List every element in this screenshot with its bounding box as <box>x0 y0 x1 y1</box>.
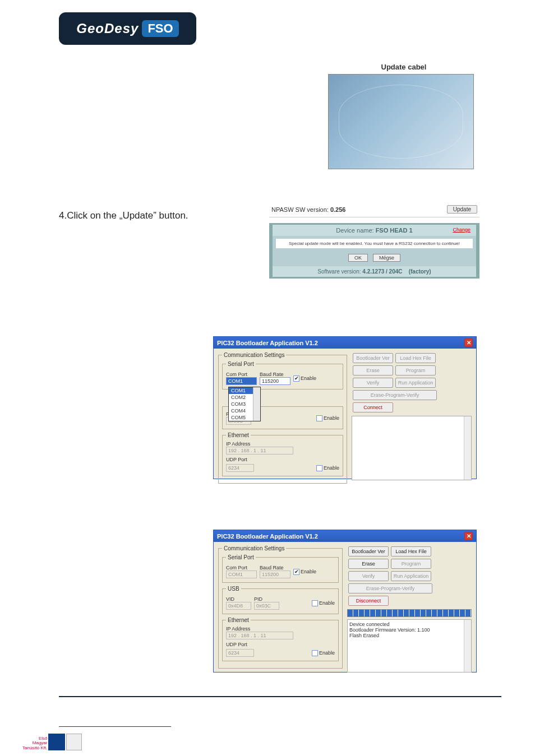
logo-text-right: FSO <box>142 20 178 37</box>
program-button[interactable]: Program <box>395 365 436 375</box>
enable-label: Enable <box>301 375 316 381</box>
erase-program-verify-button[interactable]: Erase-Program-Verify <box>348 583 432 593</box>
communication-settings-group: Communication Settings Serial Port Com P… <box>218 352 347 484</box>
verify-button[interactable]: Verify <box>353 378 393 388</box>
progress-bar <box>347 609 472 617</box>
dialog-title: PIC32 Bootloader Application V1.2 <box>217 340 318 346</box>
npasw-version-value: 0.256 <box>330 206 346 213</box>
device-label: Device name: <box>336 227 375 234</box>
change-link[interactable]: Change <box>453 227 471 233</box>
ethernet-group: Ethernet IP Address 192 . 168 . 1 . 11 U… <box>222 617 339 661</box>
sw-label: Software version: <box>317 268 362 275</box>
usb-enable-checkbox[interactable]: Enable <box>316 415 339 421</box>
titlebar: PIC32 Bootloader Application V1.2 ✕ <box>214 530 476 542</box>
run-app-button[interactable]: Run Application <box>391 571 431 581</box>
enable-label: Enable <box>319 650 335 656</box>
serial-legend: Serial Port <box>226 361 256 367</box>
udp-input: 6234 <box>226 649 254 657</box>
update-button[interactable]: Update <box>447 205 477 214</box>
connect-button[interactable]: Connect <box>353 402 393 412</box>
log-textarea: Device connected Bootloader Firmware Ver… <box>347 619 472 672</box>
usb-legend: USB <box>226 586 241 592</box>
log-scrollbar[interactable] <box>464 416 471 480</box>
baud-select[interactable]: 115200 <box>260 377 290 385</box>
run-app-button[interactable]: Run Application <box>395 378 436 388</box>
npasw-prefix: NPASW SW version: <box>271 206 330 213</box>
certification-logo: Első Magyar Tanúsító Kft. <box>22 734 82 750</box>
serial-enable-checkbox[interactable]: ✔Enable <box>293 569 316 575</box>
enable-label: Enable <box>324 415 339 421</box>
log-scrollbar[interactable] <box>464 620 471 672</box>
action-button-grid: Bootloader Ver Load Hex File Erase Progr… <box>352 352 472 414</box>
erase-button[interactable]: Erase <box>353 365 393 375</box>
baud-label: Baud Rate <box>260 372 290 377</box>
udp-label: UDP Port <box>226 642 335 647</box>
enable-label: Enable <box>319 600 335 606</box>
baud-select: 115200 <box>260 571 290 578</box>
pid-input: 0x03C <box>254 602 279 610</box>
ip-label: IP Address <box>226 626 335 632</box>
enable-label: Enable <box>301 569 316 574</box>
eth-enable-checkbox[interactable]: Enable <box>316 465 339 471</box>
com-port-label: Com Port <box>226 372 257 377</box>
dropdown-scrollbar[interactable] <box>253 387 260 421</box>
erase-button[interactable]: Erase <box>348 559 389 569</box>
eth-enable-checkbox[interactable]: Enable <box>312 650 335 656</box>
comm-legend: Communication Settings <box>222 352 286 358</box>
cable-title: Update cabel <box>359 63 449 71</box>
load-hex-button[interactable]: Load Hex File <box>395 353 436 363</box>
serial-port-group: Serial Port Com Port COM1 Baud Rate 1152… <box>222 554 339 583</box>
update-warning-text: Special update mode will be enabled. You… <box>276 239 473 248</box>
vid-input: 0x4D8 <box>226 602 251 610</box>
log-textarea <box>352 416 472 480</box>
dialog-button-row: OK Mégse <box>273 251 476 266</box>
sw-value: 4.2.1273 / 204C <box>362 268 402 275</box>
bootloader-ver-button[interactable]: Bootloader Ver <box>348 546 389 556</box>
logo-text-left: GeoDesy <box>76 21 139 36</box>
log-line: Bootloader Firmware Version: 1.100 <box>349 627 469 633</box>
com-port-select[interactable]: COM1 <box>226 377 257 385</box>
usb-group: USB VID 0x4D8 PID 0x03C Enable <box>222 586 339 614</box>
action-button-grid: Bootloader Ver Load Hex File Erase Progr… <box>347 545 472 607</box>
comm-legend: Communication Settings <box>222 545 286 551</box>
footer-divider <box>59 726 171 727</box>
usb-enable-checkbox[interactable]: Enable <box>312 600 335 606</box>
disconnect-button[interactable]: Disconnect <box>348 596 389 606</box>
cert-text: Tanúsító Kft. <box>22 746 47 750</box>
com-port-label: Com Port <box>226 565 257 571</box>
device-value: FSO HEAD 1 <box>376 227 413 234</box>
npasw-version-label: NPASW SW version: 0.256 <box>271 206 345 213</box>
udp-input: 6234 <box>226 464 254 472</box>
divider <box>59 696 501 697</box>
close-icon[interactable]: ✕ <box>464 532 473 540</box>
enable-label: Enable <box>324 465 339 471</box>
com-port-select: COM1 <box>226 571 257 578</box>
eth-legend: Ethernet <box>226 617 251 623</box>
serial-enable-checkbox[interactable]: ✔Enable <box>293 375 316 382</box>
close-icon[interactable]: ✕ <box>464 338 473 347</box>
pid-label: PID <box>254 596 279 602</box>
titlebar: PIC32 Bootloader Application V1.2 ✕ <box>214 337 476 349</box>
ip-input: 192 . 168 . 1 . 11 <box>226 632 293 639</box>
bootloader-dialog-2: PIC32 Bootloader Application V1.2 ✕ Comm… <box>213 530 477 672</box>
communication-settings-group: Communication Settings Serial Port Com P… <box>218 545 343 669</box>
cable-image <box>328 74 474 169</box>
ukas-badge-icon <box>66 734 82 750</box>
ethernet-group: Ethernet IP Address 192 . 168 . 1 . 11 U… <box>222 432 343 476</box>
load-hex-button[interactable]: Load Hex File <box>391 546 431 556</box>
log-line: Device connected <box>349 622 469 627</box>
serial-port-group: Serial Port Com Port COM1 Baud Rate 1152… <box>222 361 343 389</box>
ok-button[interactable]: OK <box>348 254 368 262</box>
vid-label: VID <box>226 596 251 602</box>
dialog-title: PIC32 Bootloader Application V1.2 <box>217 533 318 540</box>
eth-legend: Ethernet <box>226 432 251 438</box>
erase-program-verify-button[interactable]: Erase-Program-Verify <box>353 390 437 400</box>
software-version-row: Software version: 4.2.1273 / 204C (facto… <box>273 266 476 277</box>
com-port-dropdown[interactable]: COM1 COM2 COM3 COM4 COM5 <box>228 387 261 421</box>
bootloader-ver-button[interactable]: Bootloader Ver <box>353 353 393 363</box>
program-button[interactable]: Program <box>391 559 431 569</box>
verify-button[interactable]: Verify <box>348 571 389 581</box>
bootloader-dialog-1: PIC32 Bootloader Application V1.2 ✕ Comm… <box>213 336 477 479</box>
cancel-button[interactable]: Mégse <box>373 254 400 262</box>
baud-label: Baud Rate <box>260 565 290 571</box>
